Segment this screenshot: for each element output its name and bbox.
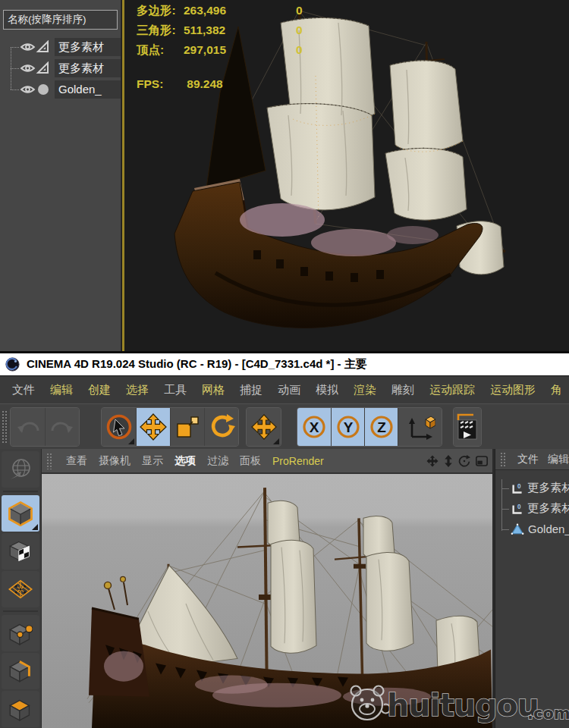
scale-tool[interactable]: [170, 408, 204, 446]
edges-mode-button[interactable]: [2, 653, 39, 689]
perspective-viewport[interactable]: [42, 474, 492, 728]
vp-menu-filter[interactable]: 过滤: [207, 454, 228, 468]
menu-create[interactable]: 创建: [88, 383, 111, 397]
texture-mode-icon: [8, 539, 33, 563]
model-mode-cube-icon: [8, 500, 33, 526]
menu-snap[interactable]: 捕捉: [240, 383, 262, 397]
menu-tools[interactable]: 工具: [164, 383, 187, 397]
menu-edit[interactable]: 编辑: [50, 383, 73, 397]
vp-menu-display[interactable]: 显示: [142, 454, 163, 468]
hud-extra: 0: [296, 4, 303, 17]
fps-label: FPS:: [137, 77, 184, 91]
object-row-3[interactable]: Golden_: [0, 79, 121, 100]
hud-value: 511,382: [184, 24, 253, 37]
object-label[interactable]: 更多素材: [527, 501, 569, 516]
z-axis-icon: Z: [369, 414, 395, 440]
menu-character[interactable]: 角: [551, 383, 562, 397]
hud-label: 顶点:: [137, 42, 184, 58]
workplane-mode-button[interactable]: [2, 571, 39, 607]
galleon-viewport-render: [42, 474, 492, 728]
menu-simulate[interactable]: 模拟: [316, 383, 338, 397]
viewport-menu-grip[interactable]: [46, 453, 53, 469]
object-manager-grip[interactable]: [500, 452, 507, 467]
z-axis-lock-button[interactable]: Z: [364, 408, 398, 446]
menu-render[interactable]: 渲染: [354, 383, 376, 397]
object-label[interactable]: Golden_: [528, 522, 569, 535]
hud-extra: 0: [296, 24, 303, 37]
menu-sculpt[interactable]: 雕刻: [391, 383, 414, 397]
live-selection-tool[interactable]: [102, 408, 136, 446]
menu-mesh[interactable]: 网格: [202, 383, 225, 397]
viewport-menu-bar: 查看 摄像机 显示 选项 过滤 面板 ProRender: [42, 449, 492, 474]
viewport-pan-icon[interactable]: [426, 455, 439, 467]
redo-icon: [49, 416, 75, 438]
move-tool[interactable]: [136, 408, 170, 446]
hud-value: 297,015: [184, 43, 253, 57]
vp-menu-panel[interactable]: 面板: [240, 454, 261, 468]
model-mode-button[interactable]: [2, 495, 39, 532]
menu-animate[interactable]: 动画: [278, 383, 300, 397]
window-title-bar[interactable]: CINEMA 4D R19.024 Studio (RC - R19) - [C…: [0, 353, 569, 375]
object-row-polygon[interactable]: Golden_: [495, 519, 569, 539]
vp-menu-view[interactable]: 查看: [66, 454, 87, 468]
viewport-rotate-icon[interactable]: [458, 455, 470, 467]
make-editable-button[interactable]: [2, 451, 39, 488]
object-row-null-2[interactable]: 0 更多素材: [495, 498, 569, 519]
vp-menu-prorender[interactable]: ProRender: [272, 455, 324, 467]
render-view-button[interactable]: [454, 408, 481, 446]
visibility-eye-icon[interactable]: [20, 83, 36, 96]
menu-select[interactable]: 选择: [126, 383, 149, 397]
viewport-hud-stats: 多边形:263,4960 三角形:511,3820 顶点:297,0150: [137, 3, 303, 62]
redo-button[interactable]: [45, 408, 79, 446]
polygons-mode-button[interactable]: [2, 691, 39, 727]
undo-icon: [15, 416, 41, 438]
make-editable-globe-icon: [8, 457, 33, 482]
object-row-2[interactable]: 更多素材: [0, 58, 121, 79]
vp-menu-options[interactable]: 选项: [174, 454, 196, 468]
edges-mode-icon: [8, 659, 33, 683]
c4d-logo-icon: [5, 357, 20, 372]
object-row-1[interactable]: 更多素材: [0, 36, 121, 58]
svg-text:X: X: [310, 419, 319, 435]
setsquare-icon: [36, 40, 51, 54]
coordinate-system-button[interactable]: [398, 408, 442, 446]
om-menu-edit[interactable]: 编辑: [548, 453, 569, 466]
hud-extra: 0: [296, 43, 303, 57]
fps-value: 89.248: [187, 77, 222, 90]
toolbar-grip-handle[interactable]: [2, 410, 8, 444]
null-axis-icon: 0: [511, 482, 523, 495]
menu-file[interactable]: 文件: [12, 383, 35, 397]
object-manager-panel: 文件 编辑 0 更多素材 0: [495, 449, 569, 728]
move-icon: [251, 414, 277, 440]
hud-label: 三角形:: [137, 23, 184, 39]
undo-button[interactable]: [11, 408, 45, 446]
visibility-eye-icon[interactable]: [20, 62, 36, 74]
object-label[interactable]: 更多素材: [55, 38, 121, 56]
svg-text:0: 0: [517, 483, 521, 490]
om-menu-file[interactable]: 文件: [517, 453, 539, 466]
points-mode-button[interactable]: [2, 615, 39, 651]
object-row-null-1[interactable]: 0 更多素材: [495, 478, 569, 498]
vp-menu-cameras[interactable]: 摄像机: [99, 454, 130, 468]
render-group: [453, 407, 482, 447]
recent-tool-move-button[interactable]: [247, 408, 281, 446]
divider: [3, 491, 38, 492]
viewport-toggle-layout-icon[interactable]: [476, 456, 488, 466]
menu-mograph[interactable]: 运动图形: [490, 383, 536, 397]
texture-mode-button[interactable]: [2, 533, 39, 570]
visibility-eye-icon[interactable]: [20, 41, 36, 53]
y-axis-lock-button[interactable]: Y: [331, 408, 364, 446]
object-label[interactable]: 更多素材: [55, 59, 121, 77]
top-viewport[interactable]: 多边形:263,4960 三角形:511,3820 顶点:297,0150 FP…: [122, 0, 569, 351]
object-list-sort-header[interactable]: 名称(按降序排序): [3, 10, 118, 30]
menu-motion-tracker[interactable]: 运动跟踪: [429, 383, 475, 397]
polygons-mode-icon: [8, 697, 33, 721]
svg-text:Y: Y: [343, 419, 353, 435]
viewport-hud-fps: FPS: 89.248: [137, 77, 223, 91]
object-label[interactable]: Golden_: [55, 80, 121, 99]
viewport-zoom-icon[interactable]: [444, 455, 453, 467]
object-label[interactable]: 更多素材: [527, 481, 569, 495]
rotate-tool[interactable]: [204, 408, 238, 446]
x-axis-lock-button[interactable]: X: [297, 408, 331, 446]
y-axis-icon: Y: [335, 414, 361, 440]
